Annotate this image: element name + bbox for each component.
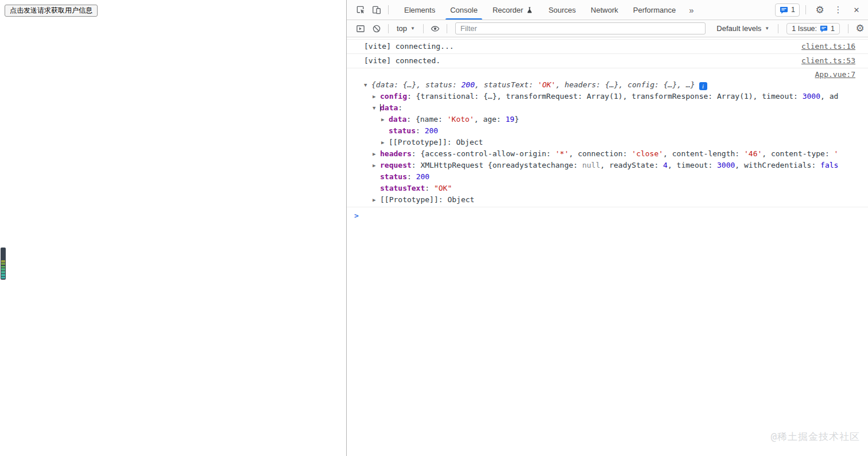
console-token: [[Prototype]]: Object [380,195,474,204]
console-message-text: [vite] connected. [364,56,440,66]
device-toolbar-icon[interactable] [369,2,385,17]
disclosure-triangle-icon[interactable]: ▼ [373,102,380,114]
separator [447,24,447,33]
tab-network[interactable]: Network [583,0,626,20]
console-token: } [514,115,519,123]
separator [805,5,806,14]
close-devtools-icon[interactable]: ✕ [848,2,865,17]
source-link[interactable]: client.ts:16 [801,41,855,52]
object-tree-row: ▼data: [347,102,868,114]
issue-count-button[interactable]: 1 Issue: 1 [786,23,840,34]
issues-bubble-icon [820,25,828,33]
console-token: 19 [506,115,515,123]
object-tree-row: status: 200 [347,125,868,137]
tab-label: Recorder [493,6,523,14]
console-token: 'OK' [538,80,556,89]
tab-recorder[interactable]: Recorder [485,0,541,20]
console-prompt[interactable]: > [347,207,868,220]
left-edge-widget-bars [1,260,5,279]
disclosure-triangle-icon[interactable]: ▶ [373,194,380,206]
console-toolbar: top ▼ Default levels ▼ 1 Issue: [347,20,868,37]
console-token: : {name: [406,115,447,123]
source-link[interactable]: App.vue:7 [815,70,855,79]
console-token: status [380,172,407,181]
console-token: data [380,103,398,112]
tab-console[interactable]: Console [443,0,485,20]
web-page: 点击发送请求获取用户信息 [0,0,346,456]
live-expression-eye-icon[interactable] [427,21,443,36]
console-token: , content-type: [762,149,834,158]
issues-count: 1 [791,6,795,14]
settings-gear-icon[interactable]: ⚙ [812,2,828,17]
tab-label: Elements [404,6,435,14]
devtools-panel: ElementsConsoleRecorderSourcesNetworkPer… [346,0,868,456]
send-request-button[interactable]: 点击发送请求获取用户信息 [5,5,98,17]
prompt-chevron-icon: > [354,211,359,220]
console-token: data [389,115,406,123]
issues-counter-button[interactable]: 1 [775,3,800,17]
tab-label: Sources [548,6,576,14]
console-token: : [407,172,416,181]
console-token: 3000 [717,161,735,169]
console-token: fals [820,161,838,169]
disclosure-triangle-icon[interactable]: ▶ [373,160,380,171]
console-token: '46' [744,149,762,158]
console-message: [vite] connected.client.ts:53 [347,53,868,68]
console-token: 200 [416,172,429,181]
log-levels-dropdown[interactable]: Default levels ▼ [711,24,774,33]
console-token: [vite] connecting... [364,42,454,51]
object-tree-row: ▶[[Prototype]]: Object [347,137,868,148]
console-token: [vite] connected. [364,56,440,65]
separator [388,5,389,14]
tab-label: Network [591,6,618,14]
inspect-element-icon[interactable] [352,2,369,17]
tab-elements[interactable]: Elements [397,0,443,20]
info-icon[interactable]: i [699,82,707,90]
tab-performance[interactable]: Performance [626,0,683,20]
console-token: config [380,92,407,101]
console-filter-input[interactable] [455,22,706,34]
devtools-tabbar: ElementsConsoleRecorderSourcesNetworkPer… [347,0,868,20]
console-token: null [582,161,600,169]
separator [848,24,848,33]
console-token: statusText [380,184,425,192]
console-output: [vite] connecting...client.ts:16[vite] c… [347,37,868,456]
console-token: : [425,184,434,192]
console-token: '*' [555,149,568,158]
console-settings-gear-icon[interactable]: ⚙ [852,21,868,36]
object-tree-row: ▶data: {name: 'Koto', age: 19} [347,114,868,125]
context-selector-dropdown[interactable]: top ▼ [392,22,420,35]
disclosure-triangle-icon[interactable]: ▶ [373,91,380,102]
clear-console-icon[interactable] [369,21,385,36]
console-token: 'close' [631,149,663,158]
chevron-down-icon: ▼ [765,26,769,31]
console-token: 'Koto' [447,115,474,123]
object-tree-row: ▶config: {transitional: {…}, transformRe… [347,91,868,102]
console-token: , ad [820,92,838,101]
tab-sources[interactable]: Sources [541,0,583,20]
object-tree-row: statusText: "OK" [347,183,868,194]
issue-label: 1 Issue: [792,25,817,33]
tabbar-right-controls: 1 ⚙ ⋮ ✕ [775,2,865,17]
console-token: ' [834,149,839,158]
console-token: status [389,126,416,135]
object-tree-row: status: 200 [347,171,868,183]
left-edge-widget[interactable] [1,248,6,280]
source-link-row: App.vue:7 [347,68,868,79]
console-token: , withCredentials: [735,161,820,169]
console-token: : XMLHttpRequest {onreadystatechange: [412,161,582,169]
issues-bubble-icon [780,6,788,14]
disclosure-triangle-icon[interactable]: ▶ [373,148,380,160]
disclosure-triangle-icon[interactable]: ▶ [381,137,389,148]
console-token: : {transitional: {…}, transformRequest: … [407,92,803,101]
console-sidebar-icon[interactable] [352,21,369,36]
menu-dots-icon[interactable]: ⋮ [830,2,846,17]
object-tree-row: ▶request: XMLHttpRequest {onreadystatech… [347,160,868,171]
juejin-watermark: @稀土掘金技术社区 [771,430,860,443]
source-link[interactable]: client.ts:53 [801,56,855,66]
devtools-tabs: ElementsConsoleRecorderSourcesNetworkPer… [397,0,683,20]
disclosure-triangle-icon[interactable]: ▶ [381,114,389,125]
more-tabs-button[interactable]: » [683,5,699,15]
disclosure-triangle-icon[interactable]: ▼ [364,79,371,91]
object-tree-row: ▶headers: {access-control-allow-origin: … [347,148,868,160]
